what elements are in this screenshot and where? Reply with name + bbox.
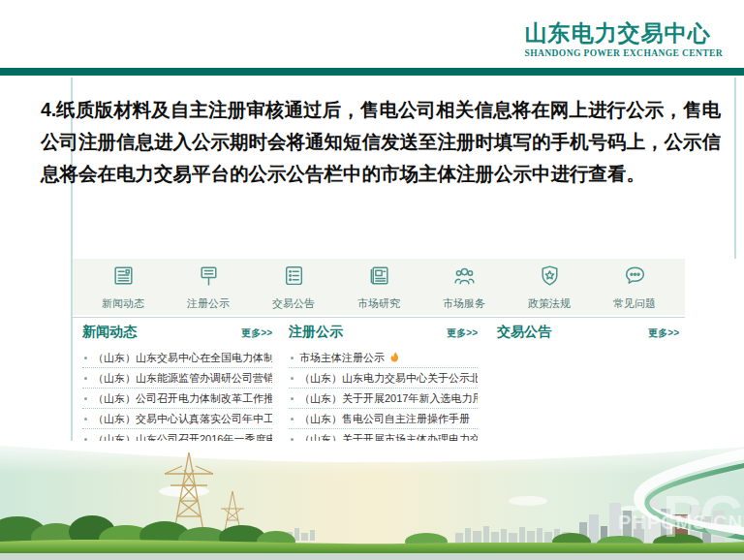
list-item[interactable]: （山东）交易中心认真落实公司年中工作会议精神 [82,409,272,429]
nav-label: 政策法规 [528,296,571,311]
bullet-dot [291,357,294,359]
bullet-dot [291,397,294,400]
list-item[interactable]: （山东）关于开展2017年新入选电力用户进行电力交 [289,389,478,409]
portal-columns: 新闻动态 更多>> （山东）山东交易中心在全国电力体制改革座谈会上 （山东）山东… [73,317,685,450]
nav-label: 新闻动态 [102,296,144,311]
column-register: 注册公示 更多>> 市场主体注册公示 （山东）山东电力交易中心关于公示北京电力交… [284,324,489,450]
watermark-text: PHPCMS.CN [618,512,743,534]
signpost-icon [197,264,221,292]
shield-star-icon [538,264,562,292]
nav-label: 注册公示 [187,296,230,311]
bullet-dot [84,377,87,380]
list-item[interactable]: （山东）山东电力交易中心关于公示北京电力交易中 [289,368,478,389]
bullet-dot [291,418,294,420]
list-item[interactable]: 市场主体注册公示 [289,348,478,368]
bullet-dot [84,418,87,420]
header-divider-bar [0,68,744,76]
bullet-dot [84,357,87,359]
column-title: 注册公示 [289,324,343,341]
nav-item-register[interactable]: 注册公示 [167,264,250,311]
nav-item-news[interactable]: 新闻动态 [81,264,165,311]
hot-flame-icon [389,352,400,363]
people-icon [452,264,477,292]
nav-item-research[interactable]: 市场研究 [337,264,420,311]
list-icon [282,264,306,292]
nav-label: 交易公告 [272,296,315,311]
list-item[interactable]: （山东）售电公司自主注册操作手册 [289,409,478,429]
nav-label: 常见问题 [613,296,656,311]
bullet-dot [291,377,294,380]
nav-item-policy[interactable]: 政策法规 [508,264,591,311]
column-title: 交易公告 [497,324,551,341]
slide-root: 山东电力交易中心 SHANDONG POWER EXCHANGE CENTER … [0,0,744,560]
more-link[interactable]: 更多>> [648,327,679,340]
list-item[interactable]: （山东）山东能源监管办调研公司营销工作 [82,368,272,389]
chat-icon [623,264,647,292]
research-icon [367,264,391,292]
scenery-illustration [0,441,744,560]
nav-item-announcement[interactable]: 交易公告 [252,264,335,311]
nav-label: 市场研究 [357,296,400,311]
list-item[interactable]: （山东）山东交易中心在全国电力体制改革座谈会上 [82,348,272,368]
logo-title: 山东电力交易中心 [525,20,723,46]
portal-screenshot: 新闻动态 注册公示 交易公告 市场研究 市场服务 政策法规 [73,259,736,445]
bullet-dot [84,397,87,400]
list-item[interactable]: （山东）公司召开电力体制改革工作推进会 [82,389,272,409]
body-paragraph: 4.纸质版材料及自主注册审核通过后，售电公司相关信息将在网上进行公示，售电公司注… [41,94,721,190]
logo-subtitle: SHANDONG POWER EXCHANGE CENTER [525,48,723,58]
column-trade: 交易公告 更多>> [489,324,683,450]
nav-item-faq[interactable]: 常见问题 [593,264,676,311]
more-link[interactable]: 更多>> [241,327,272,340]
column-title: 新闻动态 [82,324,137,341]
logo: 山东电力交易中心 SHANDONG POWER EXCHANGE CENTER [525,20,723,58]
footer-scenery: PC PHPCMS.CN [0,441,744,560]
more-link[interactable]: 更多>> [447,327,478,340]
nav-label: 市场服务 [443,296,485,311]
nav-item-service[interactable]: 市场服务 [422,264,506,311]
portal-nav: 新闻动态 注册公示 交易公告 市场研究 市场服务 政策法规 [73,259,685,315]
news-icon [111,264,136,292]
column-news: 新闻动态 更多>> （山东）山东交易中心在全国电力体制改革座谈会上 （山东）山东… [73,324,284,450]
